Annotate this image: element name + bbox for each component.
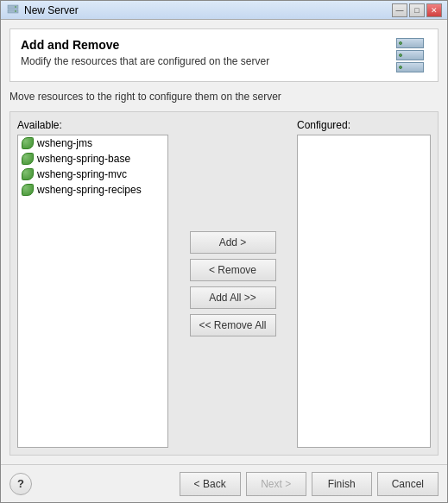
- remove-button[interactable]: < Remove: [190, 259, 276, 281]
- window-title: New Server: [24, 4, 392, 16]
- item-name-1: wsheng-spring-base: [37, 153, 130, 165]
- middle-buttons: Add > < Remove Add All >> << Remove All: [168, 119, 297, 448]
- next-button[interactable]: Next >: [246, 472, 306, 496]
- server-icon: [393, 38, 427, 72]
- main-content: Add and Remove Modify the resources that…: [1, 20, 447, 464]
- lists-area: Available: wsheng-jms wsheng-spring-base…: [9, 111, 439, 456]
- item-name-2: wsheng-spring-mvc: [37, 168, 127, 180]
- back-button[interactable]: < Back: [180, 472, 241, 496]
- add-button[interactable]: Add >: [190, 231, 276, 254]
- svg-point-3: [15, 10, 16, 12]
- header-section: Add and Remove Modify the resources that…: [9, 28, 439, 82]
- svg-rect-1: [8, 9, 18, 13]
- header-subtitle: Modify the resources that are configured…: [21, 55, 269, 67]
- svg-rect-0: [8, 5, 18, 9]
- header-title: Add and Remove: [21, 38, 269, 52]
- leaf-icon-0: [22, 137, 34, 149]
- available-label: Available:: [17, 119, 168, 131]
- footer-buttons: < Back Next > Finish Cancel: [180, 472, 439, 496]
- window: New Server — □ ✕ Add and Remove Modify t…: [0, 0, 448, 503]
- svg-point-2: [15, 6, 16, 8]
- footer: ? < Back Next > Finish Cancel: [1, 464, 447, 502]
- available-section: Available: wsheng-jms wsheng-spring-base…: [17, 119, 168, 448]
- list-item[interactable]: wsheng-spring-recipes: [18, 182, 167, 198]
- header-text: Add and Remove Modify the resources that…: [21, 38, 269, 67]
- leaf-icon-3: [22, 184, 34, 196]
- add-all-button[interactable]: Add All >>: [190, 286, 276, 309]
- configured-section: Configured:: [297, 119, 431, 448]
- leaf-icon-1: [22, 153, 34, 165]
- cancel-button[interactable]: Cancel: [377, 472, 439, 496]
- available-list[interactable]: wsheng-jms wsheng-spring-base wsheng-spr…: [17, 135, 168, 448]
- help-button[interactable]: ?: [9, 473, 32, 495]
- list-item[interactable]: wsheng-jms: [18, 135, 167, 151]
- configured-label: Configured:: [297, 119, 431, 131]
- item-name-0: wsheng-jms: [37, 137, 92, 149]
- list-item[interactable]: wsheng-spring-base: [18, 151, 167, 167]
- minimize-button[interactable]: —: [392, 3, 407, 17]
- window-icon: [6, 3, 20, 17]
- maximize-button[interactable]: □: [409, 3, 425, 17]
- titlebar-buttons: — □ ✕: [392, 3, 442, 17]
- remove-all-button[interactable]: << Remove All: [190, 314, 276, 336]
- instruction-text: Move resources to the right to configure…: [9, 89, 439, 104]
- configured-list[interactable]: [297, 135, 431, 448]
- leaf-icon-2: [22, 168, 34, 180]
- list-item[interactable]: wsheng-spring-mvc: [18, 167, 167, 182]
- titlebar: New Server — □ ✕: [1, 1, 447, 20]
- close-button[interactable]: ✕: [426, 3, 442, 17]
- finish-button[interactable]: Finish: [312, 472, 372, 496]
- item-name-3: wsheng-spring-recipes: [37, 184, 142, 196]
